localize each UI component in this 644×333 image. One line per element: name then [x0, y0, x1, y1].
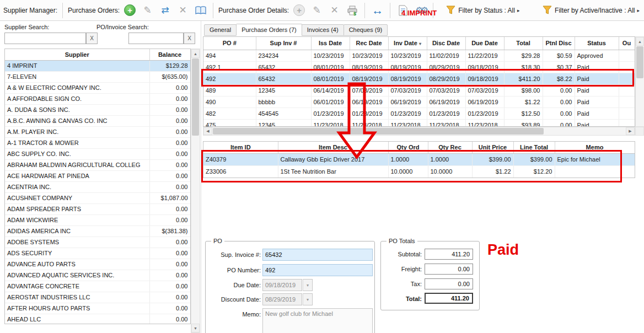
po-number-input[interactable]	[262, 264, 373, 276]
supplier-row[interactable]: ADS SECURITY0.00	[5, 248, 190, 259]
scroll-right-icon[interactable]: ▶	[626, 127, 635, 135]
supplier-row[interactable]: 4 IMPRINT$129.28	[5, 60, 190, 71]
po-column-disc-date[interactable]: Disc Date	[427, 37, 465, 50]
due-date-input[interactable]	[262, 279, 302, 291]
discount-date-input[interactable]	[262, 293, 302, 305]
item-column-qty-rec[interactable]: Qty Rec	[428, 142, 472, 153]
po-row[interactable]: 4891234506/14/201907/03/201907/03/201907…	[203, 84, 635, 96]
subtotal-input[interactable]	[425, 249, 473, 260]
po-column-inv-date[interactable]: Inv Date▾	[388, 37, 427, 50]
po-column-total[interactable]: Total	[504, 37, 543, 50]
po-invoice-search-input[interactable]	[128, 33, 184, 44]
supplier-row[interactable]: ADVANTAGE CONCRETE0.00	[5, 281, 190, 292]
supplier-row[interactable]: A AFFORDABLE SIGN CO.0.00	[5, 93, 190, 104]
supplier-scrollbar[interactable]: ▲ ▼	[191, 49, 200, 333]
item-column-line-total[interactable]: Line Total	[513, 142, 555, 153]
tab-purchase-orders[interactable]: Purchase Orders (7)	[236, 24, 302, 36]
edit-po-detail-button[interactable]: ✎	[309, 3, 324, 18]
po-column-sup-inv-[interactable]: Sup Inv #	[256, 37, 311, 50]
item-column-memo[interactable]: Memo	[555, 142, 635, 153]
supplier-row-cell: ADVANCE AUTO PARTS	[5, 259, 149, 270]
scroll-up-icon[interactable]: ▲	[636, 37, 644, 46]
supplier-row[interactable]: 7-ELEVEN$(635.00)	[5, 71, 190, 82]
discount-date-dropdown-button[interactable]: ▾	[303, 293, 313, 305]
swap-view-button[interactable]: ↔	[370, 3, 385, 18]
supplier-row[interactable]: AFTER HOURS AUTO PARTS0.00	[5, 303, 190, 314]
po-row-cell: 11/23/2018	[388, 119, 427, 127]
due-date-dropdown-button[interactable]: ▾	[303, 279, 313, 291]
po-row[interactable]: 490bbbbb06/01/201906/19/201906/19/201906…	[203, 96, 635, 108]
po-column-ptnl-disc[interactable]: Ptnl Disc	[543, 37, 575, 50]
freight-input[interactable]	[425, 264, 473, 275]
po-column-ou[interactable]: Ou	[619, 37, 635, 50]
pay-po-button[interactable]: $	[345, 3, 359, 18]
po-vscrollbar-thumb[interactable]	[636, 46, 643, 78]
supplier-row[interactable]: ADAM SPREADER PARTS0.00	[5, 203, 190, 214]
item-column-item-desc[interactable]: Item Desc	[278, 142, 388, 153]
total-input[interactable]	[425, 293, 473, 304]
supplier-search-input[interactable]	[4, 33, 86, 44]
tax-input[interactable]	[425, 278, 473, 289]
supplier-row[interactable]: A-1 TRACTOR & MOWER0.00	[5, 137, 190, 148]
supplier-row[interactable]: ADVANCE AUTO PARTS0.00	[5, 259, 190, 270]
supplier-row[interactable]: ACUSHNET COMPANY$1,087.00	[5, 192, 190, 203]
scroll-up-icon[interactable]: ▲	[191, 49, 200, 58]
add-po-detail-button[interactable]: +	[292, 3, 307, 18]
po-grid-vscrollbar[interactable]: ▲ ▼	[635, 36, 644, 136]
delete-po-button[interactable]: ✕	[175, 3, 190, 18]
supplier-search-clear-button[interactable]: X	[86, 33, 98, 44]
po-column-due-date[interactable]: Due Date	[465, 37, 504, 50]
item-row[interactable]: Z40379Callaway Gbb Epic Driver 20171.000…	[203, 153, 635, 165]
sup-invoice-input[interactable]	[262, 249, 373, 261]
supplier-column-balance[interactable]: Balance	[149, 49, 190, 60]
po-row-cell: 11/02/2019	[427, 50, 465, 61]
tab-cheques[interactable]: Cheques (9)	[344, 24, 388, 36]
po-column-status[interactable]: Status	[575, 37, 619, 50]
memo-textarea[interactable]: New golf club for Michael	[262, 308, 373, 333]
supplier-row[interactable]: A. DUDA & SONS INC.0.00	[5, 104, 190, 115]
po-row[interactable]: 48245454501/23/201901/23/201901/23/20190…	[203, 108, 635, 119]
po-hscrollbar-thumb[interactable]	[213, 128, 544, 135]
supplier-row[interactable]: AEROSTAT INDUSTRIES LLC0.00	[5, 292, 190, 303]
delete-po-detail-button[interactable]: ✕	[327, 3, 342, 18]
po-row[interactable]: 4926543208/01/201908/19/201908/19/201908…	[203, 73, 635, 84]
supplier-row[interactable]: ABRAHAM BALDWIN AGRICULTURAL COLLEG0.00	[5, 159, 190, 170]
po-invoice-search-clear-button[interactable]: X	[184, 33, 195, 44]
supplier-row[interactable]: ADVANCED AQUATIC SERVICES INC.0.00	[5, 270, 190, 281]
supplier-row[interactable]: A.B.C. AWNING & CANVAS CO. INC0.00	[5, 115, 190, 126]
item-column-item-id[interactable]: Item ID	[203, 142, 278, 153]
supplier-row[interactable]: ACE HARDWARE AT PINEDA0.00	[5, 170, 190, 181]
po-row[interactable]: 492.16543208/01/201908/19/201908/19/2019…	[203, 61, 635, 73]
po-row[interactable]: 4751234511/23/201811/23/201811/23/201811…	[203, 119, 635, 127]
receive-po-button[interactable]	[193, 3, 208, 18]
filter-status-control[interactable]: Filter by Status : All ▸	[446, 6, 519, 15]
po-column-iss-date[interactable]: Iss Date	[311, 37, 350, 50]
item-column-unit-price[interactable]: Unit Price	[472, 142, 513, 153]
po-row[interactable]: 49423423410/23/201910/23/201910/23/20191…	[203, 50, 635, 61]
supplier-row[interactable]: ADIDAS AMERICA INC$(381.38)	[5, 225, 190, 237]
supplier-row[interactable]: ACENTRIA INC.0.00	[5, 181, 190, 192]
item-row[interactable]: Z330061St Tee Nutrition Bar10.000010.000…	[203, 165, 635, 178]
tab-invoices[interactable]: Invoices (4)	[302, 24, 344, 36]
supplier-row[interactable]: ADAM WICKWIRE0.00	[5, 214, 190, 225]
po-grid-hscrollbar[interactable]: ◀ ▶	[203, 127, 635, 136]
supplier-column-supplier[interactable]: Supplier	[5, 49, 149, 60]
scroll-down-icon[interactable]: ▼	[191, 324, 200, 332]
supplier-row[interactable]: A.M. PLAYER INC.0.00	[5, 126, 190, 137]
scroll-left-icon[interactable]: ◀	[203, 127, 212, 135]
supplier-scrollbar-thumb[interactable]	[192, 58, 199, 136]
po-column-po-[interactable]: PO #	[203, 37, 256, 50]
tab-general[interactable]: General	[204, 24, 237, 36]
supplier-row[interactable]: AHEAD LLC0.00	[5, 314, 190, 324]
add-po-button[interactable]: +	[122, 3, 137, 18]
notes-button[interactable]	[395, 3, 410, 18]
supplier-row[interactable]: ABC SUPPLY CO. INC.0.00	[5, 148, 190, 159]
po-column-rec-date[interactable]: Rec Date	[350, 37, 388, 50]
filter-active-control[interactable]: Filter by Active/Inactive : All ▸	[543, 6, 640, 15]
convert-po-button[interactable]: ⇄	[158, 3, 173, 18]
supplier-row[interactable]: ADOBE SYSTEMS0.00	[5, 237, 190, 248]
settings-button[interactable]: ⚙⚙	[413, 3, 428, 18]
item-column-qty-ord[interactable]: Qty Ord	[388, 142, 428, 153]
edit-po-button[interactable]: ✎	[140, 3, 155, 18]
supplier-row[interactable]: A & W ELECTRIC COMPANY INC.0.00	[5, 82, 190, 93]
